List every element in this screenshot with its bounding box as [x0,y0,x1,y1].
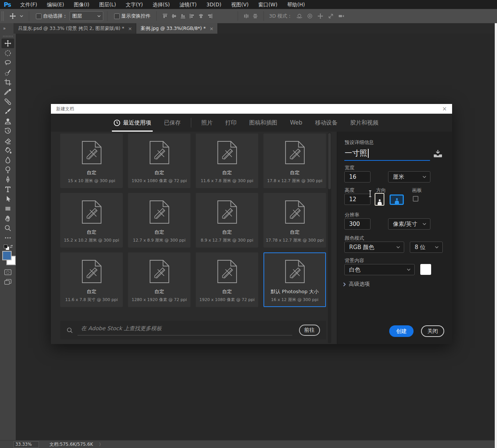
preset-card-8[interactable]: 自定17.78 x 12.7 厘米 @ 300 ppi [263,193,326,248]
orientation-portrait-button[interactable] [375,193,384,206]
preset-card-5[interactable]: 自定15.2 x 10.2 厘米 @ 300 ppi [60,193,123,248]
swap-colors-icon[interactable] [9,244,13,248]
align-horizontal-centers-icon[interactable] [198,13,204,19]
tool-path-select[interactable] [1,194,14,204]
menu-item[interactable]: 3D(D) [202,0,226,9]
distribute-vertical-centers-icon[interactable] [253,13,258,19]
width-input[interactable]: 16 [344,171,371,182]
default-colors-control[interactable] [1,243,14,250]
tool-quick-mask[interactable] [1,267,14,277]
tool-marquee[interactable] [1,48,14,58]
bit-depth-dropdown[interactable]: 8 位 [410,242,443,253]
tool-blur[interactable] [1,155,14,165]
menu-item[interactable]: 图像(I) [69,0,94,9]
menu-item[interactable]: 帮助(H) [282,0,310,9]
3d-drag-icon[interactable] [317,13,324,19]
tool-pen[interactable] [1,175,14,184]
dialog-tab-6[interactable]: Web [290,114,302,132]
tool-lasso[interactable] [1,58,14,68]
tool-clone-stamp[interactable] [1,116,14,126]
show-transform-checkbox[interactable] [114,13,120,19]
tool-healing-brush[interactable] [1,97,14,107]
distribute-horizontal-centers-icon[interactable] [244,13,249,19]
preset-card-6[interactable]: 自定12.7 x 8.9 厘米 @ 300 ppi [128,193,190,248]
orientation-landscape-button[interactable] [390,194,404,205]
menu-item[interactable]: 文件(F) [15,0,42,9]
close-tab-icon[interactable]: × [210,26,214,31]
preset-card-1[interactable]: 自定15 x 10 厘米 @ 300 ppi [60,134,123,188]
stock-search-input[interactable]: 在 Adobe Stock 上查找更多模板 [77,325,292,335]
tool-eraser[interactable] [1,136,14,145]
toolbar-grip[interactable] [3,36,13,37]
resolution-unit-dropdown[interactable]: 像素/英寸 [388,218,430,230]
go-button[interactable]: 前往 [299,325,320,336]
align-top-edges-icon[interactable] [162,13,168,19]
menu-item[interactable]: 滤镜(T) [175,0,202,9]
tool-type[interactable] [1,184,14,194]
tool-quick-select[interactable] [1,68,14,77]
create-button[interactable]: 创建 [389,325,414,337]
toolbar-collapse-button[interactable]: » [0,23,13,34]
tool-hand[interactable] [1,214,14,223]
color-mode-dropdown[interactable]: RGB 颜色 [344,242,404,253]
width-unit-dropdown[interactable]: 厘米 [388,171,430,182]
align-right-edges-icon[interactable] [207,13,213,19]
tool-zoom[interactable] [1,223,14,233]
preset-card-12[interactable]: 默认 Photoshop 大小16 x 12 厘米 @ 300 ppi [263,252,326,307]
tool-rectangle[interactable] [1,204,14,214]
menu-item[interactable]: 编辑(E) [42,0,69,9]
options-grip[interactable] [1,11,4,21]
tool-screen-mode[interactable] [1,277,14,287]
save-preset-icon[interactable] [433,150,443,158]
dialog-close-icon[interactable]: × [442,106,447,112]
dialog-tab-5[interactable]: 图稿和插图 [249,114,277,132]
tool-ellipsis[interactable] [1,233,14,243]
align-vertical-centers-icon[interactable] [171,13,177,19]
preset-card-7[interactable]: 自定8.9 x 12.7 厘米 @ 300 ppi [196,193,258,248]
preset-card-2[interactable]: 自定1920 x 1080 像素 @ 72 ppi [128,134,190,188]
tool-crop[interactable] [1,77,14,87]
menu-item[interactable]: 视图(V) [226,0,254,9]
preset-card-4[interactable]: 自定17.8 x 12.7 厘米 @ 300 ppi [263,134,326,188]
menu-item[interactable]: 选择(S) [148,0,175,9]
3d-roll-icon[interactable] [307,13,313,19]
preset-card-11[interactable]: 自定1920 x 1080 像素 @ 72 ppi [196,252,258,307]
status-expand-icon[interactable]: 〉 [99,442,103,447]
window-scrollbar[interactable] [495,23,497,448]
tool-dodge[interactable] [1,165,14,175]
menu-item[interactable]: 文字(Y) [121,0,148,9]
tool-brush[interactable] [1,107,14,116]
dialog-tab-4[interactable]: 打印 [225,114,237,132]
close-tab-icon[interactable]: × [128,26,132,31]
foreground-color-swatch[interactable] [2,251,12,260]
preset-card-10[interactable]: 自定1280 x 1920 像素 @ 72 ppi [128,252,190,307]
preset-card-9[interactable]: 自定11.6 x 7.8 英寸 @ 300 ppi [60,252,123,307]
scrollbar-thumb[interactable] [328,133,331,189]
align-left-edges-icon[interactable] [189,13,195,19]
tool-preset-chevron-icon[interactable] [20,15,23,17]
close-button[interactable]: 关闭 [421,325,444,337]
resolution-input[interactable]: 300 [344,218,371,230]
zoom-level-field[interactable]: 33.33% [13,441,39,448]
menu-item[interactable]: 图层(L) [94,0,121,9]
menu-item[interactable]: 窗口(W) [253,0,282,9]
tool-paint-bucket[interactable] [1,145,14,155]
3d-camera-icon[interactable] [338,13,345,19]
document-tab-1[interactable]: 吕显东.psd @ 33.3% (背景 拷贝 2, 图层蒙版/8) * × [13,23,136,34]
tool-history-brush[interactable] [1,126,14,136]
document-tab-2[interactable]: 案例.jpg @ 33.3%(RGB/8*) * × [136,23,218,34]
artboard-checkbox[interactable] [413,196,418,202]
3d-slide-icon[interactable] [327,13,334,19]
dialog-tab-8[interactable]: 胶片和视频 [350,114,378,132]
advanced-options-toggle[interactable]: 高级选项 [343,281,370,288]
dialog-tab-2[interactable]: 已保存 [164,114,181,132]
dialog-tab-7[interactable]: 移动设备 [315,114,338,132]
height-input[interactable]: 12 [344,194,371,205]
tool-move[interactable] [1,39,14,48]
auto-select-checkbox[interactable] [36,13,42,19]
3d-rotate-icon[interactable] [296,13,303,19]
auto-select-target-dropdown[interactable]: 图层 [70,11,103,21]
dialog-tab-1[interactable]: 最近使用项 [113,114,151,132]
move-tool-current-icon[interactable] [9,13,16,19]
preset-card-3[interactable]: 自定11.6 x 7.8 厘米 @ 300 ppi [196,134,258,188]
